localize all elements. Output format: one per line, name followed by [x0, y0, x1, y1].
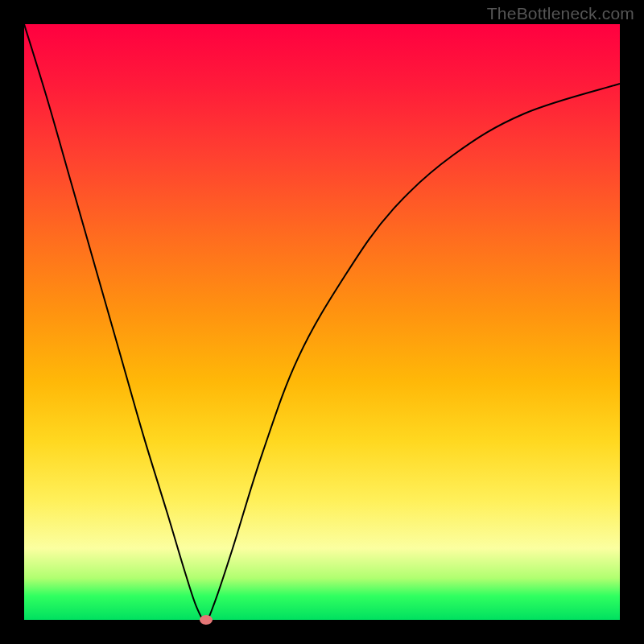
- plot-area: [24, 24, 620, 620]
- chart-container: TheBottleneck.com: [0, 0, 644, 644]
- bottleneck-curve: [24, 24, 620, 620]
- minimum-marker: [200, 615, 213, 625]
- curve-path: [24, 24, 620, 620]
- watermark-text: TheBottleneck.com: [487, 4, 634, 23]
